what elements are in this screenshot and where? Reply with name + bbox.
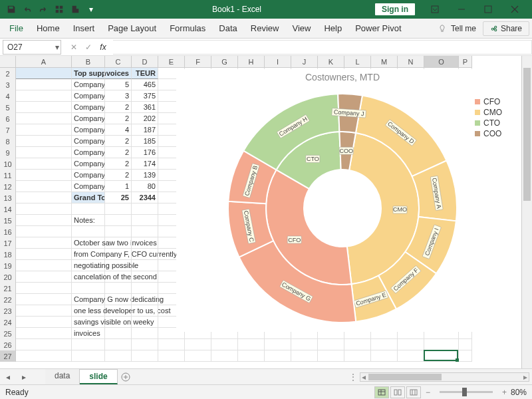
cell[interactable] — [132, 226, 158, 237]
cell[interactable] — [105, 283, 132, 294]
cell[interactable] — [211, 350, 238, 362]
row-header-14[interactable]: 14 — [0, 203, 16, 215]
cell[interactable]: Company C — [72, 124, 105, 136]
cell[interactable] — [459, 339, 472, 350]
cell[interactable] — [398, 350, 424, 362]
cell[interactable] — [424, 339, 459, 350]
cell[interactable] — [424, 350, 459, 362]
col-header-A[interactable]: A — [16, 56, 72, 67]
cell[interactable]: from Company F, CFO currently — [72, 249, 105, 260]
cell[interactable]: 2 — [105, 136, 132, 147]
sheet-tab-slide[interactable]: slide — [80, 369, 117, 384]
cell[interactable] — [132, 260, 158, 271]
view-page-break-button[interactable] — [406, 386, 421, 398]
sheet-nav-next[interactable]: ▸ — [16, 369, 32, 385]
cell[interactable] — [344, 350, 371, 362]
tab-power-pivot[interactable]: Power Pivot — [348, 20, 408, 37]
vertical-scroll-thumb[interactable] — [523, 68, 531, 201]
cell[interactable] — [132, 271, 158, 283]
cell[interactable] — [238, 339, 265, 350]
vertical-scrollbar[interactable] — [521, 56, 532, 368]
cell[interactable] — [105, 237, 132, 249]
cell[interactable]: 25 — [105, 192, 132, 203]
cell[interactable] — [16, 136, 72, 147]
ribbon-options-icon[interactable] — [422, 0, 448, 19]
cell[interactable]: 465 — [132, 79, 158, 90]
cell[interactable] — [16, 294, 72, 305]
cell[interactable]: cancelation of the second — [72, 271, 105, 283]
row-header-23[interactable]: 23 — [0, 305, 16, 317]
close-button[interactable] — [501, 0, 528, 19]
cell[interactable] — [105, 294, 132, 305]
col-header-F[interactable]: F — [185, 56, 211, 67]
cell[interactable]: 2 — [105, 170, 132, 181]
row-header-4[interactable]: 4 — [0, 90, 16, 102]
qat-icon-2[interactable] — [68, 2, 82, 17]
cell[interactable] — [132, 203, 158, 215]
col-header-H[interactable]: H — [238, 56, 265, 67]
cell[interactable] — [16, 350, 72, 362]
cell[interactable]: 2 — [105, 102, 132, 113]
maximize-button[interactable] — [475, 0, 501, 19]
cell[interactable] — [105, 260, 132, 271]
row-header-25[interactable]: 25 — [0, 328, 16, 339]
cell[interactable]: 185 — [132, 136, 158, 147]
cell[interactable]: invoices — [72, 328, 105, 339]
tab-formulas[interactable]: Formulas — [163, 20, 212, 37]
cell[interactable] — [132, 328, 158, 339]
tab-file[interactable]: File — [3, 20, 30, 37]
col-header-M[interactable]: M — [371, 56, 398, 67]
minimize-button[interactable] — [448, 0, 475, 19]
cell[interactable] — [16, 237, 72, 249]
cell[interactable] — [16, 203, 72, 215]
cell[interactable] — [132, 237, 158, 249]
sheet-nav-prev[interactable]: ◂ — [0, 369, 16, 385]
cell[interactable] — [72, 226, 105, 237]
row-header-13[interactable]: 13 — [0, 192, 16, 203]
tab-page-layout[interactable]: Page Layout — [101, 20, 163, 37]
cell[interactable]: 80 — [132, 181, 158, 192]
tell-me-search[interactable]: Tell me — [431, 24, 483, 33]
qat-dropdown-icon[interactable]: ▾ — [84, 2, 98, 17]
col-header-O[interactable]: O — [424, 56, 459, 67]
col-header-C[interactable]: C — [105, 56, 132, 67]
name-box[interactable]: O27 ▾ — [3, 40, 61, 55]
cell[interactable] — [132, 339, 158, 350]
tab-home[interactable]: Home — [30, 20, 66, 37]
row-header-17[interactable]: 17 — [0, 237, 16, 249]
col-header-E[interactable]: E — [158, 56, 185, 67]
cell[interactable] — [265, 339, 291, 350]
redo-icon[interactable] — [36, 2, 51, 17]
cell[interactable] — [16, 124, 72, 136]
col-header-G[interactable]: G — [211, 56, 238, 67]
cell[interactable] — [16, 339, 72, 350]
cancel-formula-icon[interactable]: ✕ — [66, 40, 81, 55]
zoom-slider[interactable] — [440, 391, 493, 393]
cell[interactable] — [72, 283, 105, 294]
col-header-L[interactable]: L — [344, 56, 371, 67]
formula-bar[interactable] — [113, 40, 532, 55]
cell[interactable] — [16, 158, 72, 170]
tab-help[interactable]: Help — [317, 20, 348, 37]
cell[interactable] — [185, 339, 211, 350]
cell[interactable] — [72, 350, 105, 362]
cell[interactable]: Company G — [72, 79, 105, 90]
cell[interactable]: 139 — [132, 170, 158, 181]
cell[interactable] — [16, 317, 72, 328]
sign-in-button[interactable]: Sign in — [375, 3, 415, 15]
tab-review[interactable]: Review — [244, 20, 286, 37]
cell[interactable]: 187 — [132, 124, 158, 136]
cell[interactable]: 202 — [132, 113, 158, 124]
cell[interactable] — [105, 226, 132, 237]
cell[interactable]: 176 — [132, 147, 158, 158]
row-header-21[interactable]: 21 — [0, 283, 16, 294]
cell[interactable] — [105, 317, 132, 328]
row-header-3[interactable]: 3 — [0, 79, 16, 90]
qat-icon-1[interactable] — [52, 2, 66, 17]
cell[interactable] — [398, 339, 424, 350]
row-header-9[interactable]: 9 — [0, 147, 16, 158]
cell[interactable]: Company E — [72, 170, 105, 181]
row-header-18[interactable]: 18 — [0, 249, 16, 260]
zoom-in-button[interactable]: + — [502, 388, 507, 397]
cell[interactable]: negotiating possible — [72, 260, 105, 271]
